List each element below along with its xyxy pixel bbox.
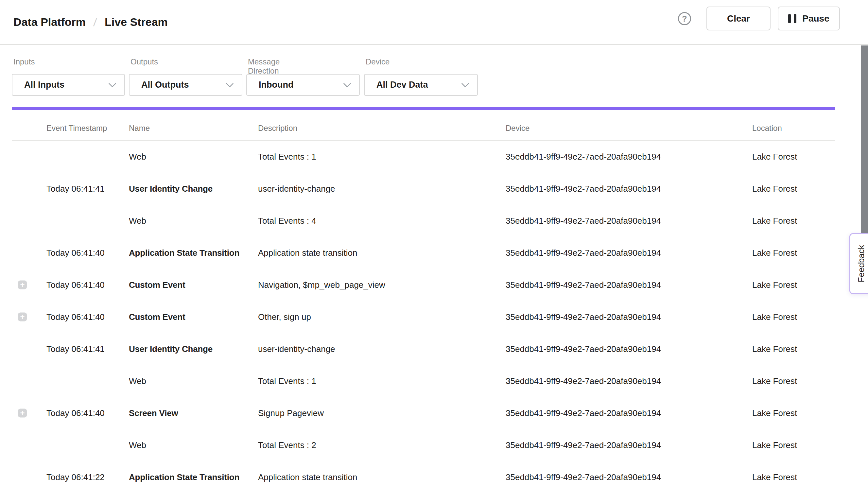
breadcrumb-separator: / — [93, 16, 97, 29]
table-row[interactable]: Today 06:41:41User Identity Changeuser-i… — [0, 333, 868, 365]
outputs-dropdown-value: All Outputs — [141, 80, 189, 90]
clear-button-label: Clear — [727, 13, 750, 24]
cell-device: 35eddb41-9ff9-49e2-7aed-20afa90eb194 — [506, 344, 661, 354]
cell-name: Web — [129, 440, 146, 450]
cell-event-timestamp: Today 06:41:40 — [46, 408, 105, 418]
filter-label-outputs: Outputs — [130, 57, 158, 66]
table-row[interactable]: +Today 06:41:40Custom EventNavigation, $… — [0, 269, 868, 301]
feedback-tab[interactable]: Feedback — [849, 233, 868, 294]
cell-name: Web — [129, 216, 146, 226]
expand-icon[interactable]: + — [18, 281, 27, 290]
cell-name: Custom Event — [129, 312, 185, 322]
cell-description: Total Events : 2 — [258, 440, 316, 450]
cell-description: Navigation, $mp_web_page_view — [258, 280, 385, 290]
inputs-dropdown-value: All Inputs — [24, 80, 64, 90]
chevron-down-icon — [461, 80, 469, 87]
cell-location: Lake Forest — [752, 280, 797, 290]
chevron-down-icon — [226, 80, 234, 87]
cell-name: Application State Transition — [129, 248, 239, 258]
cell-device: 35eddb41-9ff9-49e2-7aed-20afa90eb194 — [506, 152, 661, 162]
cell-event-timestamp: Today 06:41:40 — [46, 312, 105, 322]
cell-description: Application state transition — [258, 248, 358, 258]
table-row[interactable]: Today 06:41:41User Identity Changeuser-i… — [0, 173, 868, 205]
cell-name: User Identity Change — [129, 344, 213, 354]
cell-location: Lake Forest — [752, 472, 797, 482]
cell-description: Total Events : 1 — [258, 376, 316, 386]
cell-event-timestamp: Today 06:41:41 — [46, 184, 105, 194]
chevron-down-icon — [108, 80, 116, 87]
filter-label-message-direction: Message Direction — [248, 57, 280, 75]
pause-icon — [788, 14, 796, 23]
cell-location: Lake Forest — [752, 248, 797, 258]
filters-bar: Inputs All Inputs Outputs All Outputs Me… — [0, 45, 868, 107]
cell-event-timestamp: Today 06:41:40 — [46, 248, 105, 258]
table-row[interactable]: WebTotal Events : 135eddb41-9ff9-49e2-7a… — [0, 365, 868, 397]
cell-name: Screen View — [129, 408, 178, 418]
help-icon[interactable]: ? — [678, 12, 691, 25]
cell-description: Signup Pageview — [258, 408, 324, 418]
cell-location: Lake Forest — [752, 216, 797, 226]
cell-description: user-identity-change — [258, 184, 335, 194]
cell-device: 35eddb41-9ff9-49e2-7aed-20afa90eb194 — [506, 312, 661, 322]
breadcrumb-item-live-stream: Live Stream — [105, 16, 168, 28]
table-row[interactable]: WebTotal Events : 435eddb41-9ff9-49e2-7a… — [0, 205, 868, 237]
column-header-device: Device — [506, 124, 529, 133]
breadcrumb-item-data-platform[interactable]: Data Platform — [13, 16, 86, 28]
cell-event-timestamp: Today 06:41:41 — [46, 344, 105, 354]
pause-button-label: Pause — [802, 13, 829, 24]
cell-description: user-identity-change — [258, 344, 335, 354]
cell-event-timestamp: Today 06:41:40 — [46, 280, 105, 290]
table-row[interactable]: +Today 06:41:40Screen ViewSignup Pagevie… — [0, 397, 868, 429]
device-dropdown[interactable]: All Dev Data — [364, 74, 478, 96]
pause-button[interactable]: Pause — [778, 6, 840, 30]
outputs-dropdown[interactable]: All Outputs — [129, 74, 242, 96]
column-header-location: Location — [752, 124, 782, 133]
livestream-accent-bar — [12, 107, 835, 110]
cell-name: Custom Event — [129, 280, 185, 290]
scrollbar-thumb[interactable] — [861, 45, 868, 233]
event-table-body: WebTotal Events : 135eddb41-9ff9-49e2-7a… — [0, 141, 868, 486]
event-table-header: Event Timestamp Name Description Device … — [0, 110, 868, 141]
cell-device: 35eddb41-9ff9-49e2-7aed-20afa90eb194 — [506, 184, 661, 194]
inputs-dropdown[interactable]: All Inputs — [12, 74, 125, 96]
cell-name: Web — [129, 152, 146, 162]
table-row[interactable]: WebTotal Events : 235eddb41-9ff9-49e2-7a… — [0, 429, 868, 461]
cell-description: Application state transition — [258, 472, 358, 482]
cell-name: User Identity Change — [129, 184, 213, 194]
table-row[interactable]: WebTotal Events : 135eddb41-9ff9-49e2-7a… — [0, 141, 868, 173]
cell-device: 35eddb41-9ff9-49e2-7aed-20afa90eb194 — [506, 472, 661, 482]
chevron-down-icon — [343, 80, 351, 87]
column-header-name: Name — [129, 124, 150, 133]
cell-device: 35eddb41-9ff9-49e2-7aed-20afa90eb194 — [506, 280, 661, 290]
feedback-label: Feedback — [856, 245, 866, 282]
message-direction-dropdown[interactable]: Inbound — [246, 74, 360, 96]
cell-name: Web — [129, 376, 146, 386]
cell-description: Other, sign up — [258, 312, 311, 322]
filter-label-inputs: Inputs — [13, 57, 35, 66]
cell-location: Lake Forest — [752, 376, 797, 386]
cell-device: 35eddb41-9ff9-49e2-7aed-20afa90eb194 — [506, 408, 661, 418]
cell-device: 35eddb41-9ff9-49e2-7aed-20afa90eb194 — [506, 440, 661, 450]
clear-button[interactable]: Clear — [707, 6, 771, 30]
table-row[interactable]: Today 06:41:22Application State Transiti… — [0, 461, 868, 486]
cell-event-timestamp: Today 06:41:22 — [46, 472, 105, 482]
column-header-event-timestamp: Event Timestamp — [46, 124, 107, 133]
expand-icon[interactable]: + — [18, 313, 27, 322]
cell-device: 35eddb41-9ff9-49e2-7aed-20afa90eb194 — [506, 376, 661, 386]
table-row[interactable]: +Today 06:41:40Custom EventOther, sign u… — [0, 301, 868, 333]
table-row[interactable]: Today 06:41:40Application State Transiti… — [0, 237, 868, 269]
message-direction-dropdown-value: Inbound — [259, 80, 293, 90]
device-dropdown-value: All Dev Data — [376, 80, 428, 90]
cell-location: Lake Forest — [752, 440, 797, 450]
cell-name: Application State Transition — [129, 472, 239, 482]
cell-location: Lake Forest — [752, 184, 797, 194]
cell-device: 35eddb41-9ff9-49e2-7aed-20afa90eb194 — [506, 216, 661, 226]
filter-label-device: Device — [366, 57, 390, 66]
cell-description: Total Events : 4 — [258, 216, 316, 226]
cell-location: Lake Forest — [752, 344, 797, 354]
cell-device: 35eddb41-9ff9-49e2-7aed-20afa90eb194 — [506, 248, 661, 258]
cell-description: Total Events : 1 — [258, 152, 316, 162]
expand-icon[interactable]: + — [18, 409, 27, 418]
column-header-description: Description — [258, 124, 297, 133]
cell-location: Lake Forest — [752, 408, 797, 418]
